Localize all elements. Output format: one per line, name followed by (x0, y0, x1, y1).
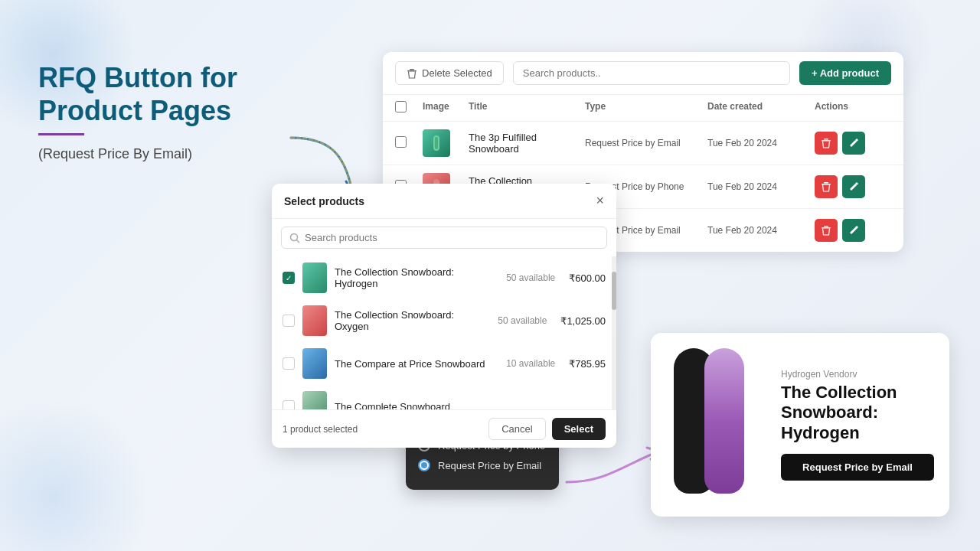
showcase-brand: Hydrogen Vendorv (781, 369, 934, 380)
svg-rect-11 (824, 226, 828, 227)
table-toolbar: Delete Selected + Add product (383, 52, 903, 94)
select-button[interactable]: Select (552, 418, 606, 440)
svg-point-12 (291, 233, 298, 240)
svg-rect-8 (824, 182, 828, 184)
rfq-button[interactable]: Request Price by Email (781, 454, 934, 481)
showcase-image (666, 348, 766, 501)
search-icon (289, 233, 300, 243)
item-name: The Collection Snowboard: Hydrogen (335, 266, 498, 289)
col-image: Image (423, 101, 469, 115)
modal-footer: 1 product selected Cancel Select (272, 409, 616, 448)
item-name: The Collection Snowboard: Oxygen (335, 309, 490, 332)
svg-rect-5 (824, 139, 828, 140)
add-product-button[interactable]: + Add product (799, 61, 891, 85)
page-subtitle: (Request Price By Email) (38, 146, 276, 162)
product-thumbnail (302, 348, 327, 379)
col-actions: Actions (815, 101, 891, 115)
list-item[interactable]: The Compare at Price Snowboard 10 availa… (272, 342, 616, 385)
delete-row-button[interactable] (815, 175, 838, 198)
delete-label: Delete Selected (422, 67, 492, 79)
product-thumbnail (302, 391, 327, 409)
product-date: Tue Feb 20 2024 (707, 181, 815, 192)
radio-circle-email (418, 459, 430, 471)
page-title-line1: RFQ Button for (38, 61, 276, 94)
bg-decoration-bottom-left (0, 398, 153, 551)
list-item[interactable]: The Collection Snowboard: Hydrogen 50 av… (272, 256, 616, 299)
item-price: ₹1,025.00 (560, 315, 606, 327)
item-checkbox[interactable] (283, 400, 295, 409)
scrollbar-track[interactable] (612, 256, 616, 409)
radio-label-email: Request Price by Email (438, 460, 541, 471)
item-checkbox[interactable] (283, 272, 295, 284)
product-thumbnail (302, 262, 327, 293)
svg-rect-10 (822, 227, 831, 229)
edit-row-button[interactable] (842, 175, 865, 198)
row-checkbox[interactable] (395, 136, 423, 151)
product-date: Tue Feb 20 2024 (707, 225, 815, 236)
title-underline (38, 133, 84, 135)
item-availability: 10 available (506, 358, 555, 369)
delete-selected-button[interactable]: Delete Selected (395, 61, 504, 85)
svg-rect-3 (435, 137, 438, 149)
showcase-product-name: The Collection Snowboard: Hydrogen (781, 383, 934, 443)
snowboard-purple (704, 348, 744, 494)
svg-line-13 (297, 240, 300, 243)
item-price: ₹600.00 (569, 272, 606, 284)
list-item[interactable]: The Collection Snowboard: Oxygen 50 avai… (272, 299, 616, 342)
row-actions (815, 132, 891, 155)
svg-rect-4 (822, 140, 831, 142)
modal-title: Select products (284, 195, 364, 207)
product-thumbnail (302, 305, 327, 336)
modal-search-bar (281, 227, 607, 249)
list-item[interactable]: The Complete Snowboard (272, 385, 616, 409)
trash-icon (407, 68, 417, 79)
edit-row-button[interactable] (842, 132, 865, 155)
cancel-button[interactable]: Cancel (488, 418, 545, 440)
svg-rect-7 (822, 184, 831, 185)
item-checkbox[interactable] (283, 357, 295, 370)
selected-count: 1 product selected (283, 424, 358, 435)
item-availability: 50 available (506, 272, 555, 283)
table-row: The 3p Fulfilled Snowboard Request Price… (383, 122, 903, 165)
item-availability: 50 available (498, 315, 547, 326)
product-search-input[interactable] (513, 61, 790, 85)
modal-search-input[interactable] (305, 232, 599, 243)
col-title: Title (469, 101, 585, 115)
col-date: Date created (707, 101, 815, 115)
item-checkbox[interactable] (283, 315, 295, 327)
product-showcase-card: Hydrogen Vendorv The Collection Snowboar… (651, 333, 949, 517)
modal-close-button[interactable]: × (596, 193, 604, 209)
modal-action-buttons: Cancel Select (488, 418, 606, 440)
item-name: The Compare at Price Snowboard (335, 358, 498, 370)
col-checkbox (395, 101, 423, 115)
svg-rect-1 (410, 69, 414, 70)
scrollbar-thumb[interactable] (612, 272, 616, 310)
svg-rect-0 (407, 70, 416, 72)
modal-header: Select products × (272, 184, 616, 219)
table-header: Image Title Type Date created Actions (383, 94, 903, 122)
delete-row-button[interactable] (815, 132, 838, 155)
select-products-modal: Select products × The Collection Snowboa… (272, 184, 616, 448)
product-title: The 3p Fulfilled Snowboard (469, 132, 585, 155)
page-title-line2: Product Pages (38, 94, 276, 127)
edit-row-button[interactable] (842, 219, 865, 242)
product-image (423, 129, 450, 157)
product-list: The Collection Snowboard: Hydrogen 50 av… (272, 256, 616, 409)
product-date: Tue Feb 20 2024 (707, 138, 815, 148)
row-actions (815, 219, 891, 242)
showcase-info: Hydrogen Vendorv The Collection Snowboar… (781, 369, 934, 481)
col-type: Type (585, 101, 707, 115)
item-name: The Complete Snowboard (335, 401, 584, 410)
product-type: Request Price by Email (585, 138, 707, 148)
title-area: RFQ Button for Product Pages (Request Pr… (38, 61, 276, 162)
select-all-checkbox[interactable] (395, 101, 407, 112)
delete-row-button[interactable] (815, 219, 838, 242)
radio-option-email[interactable]: Request Price by Email (418, 459, 547, 471)
item-price: ₹785.95 (569, 358, 606, 370)
row-actions (815, 175, 891, 198)
